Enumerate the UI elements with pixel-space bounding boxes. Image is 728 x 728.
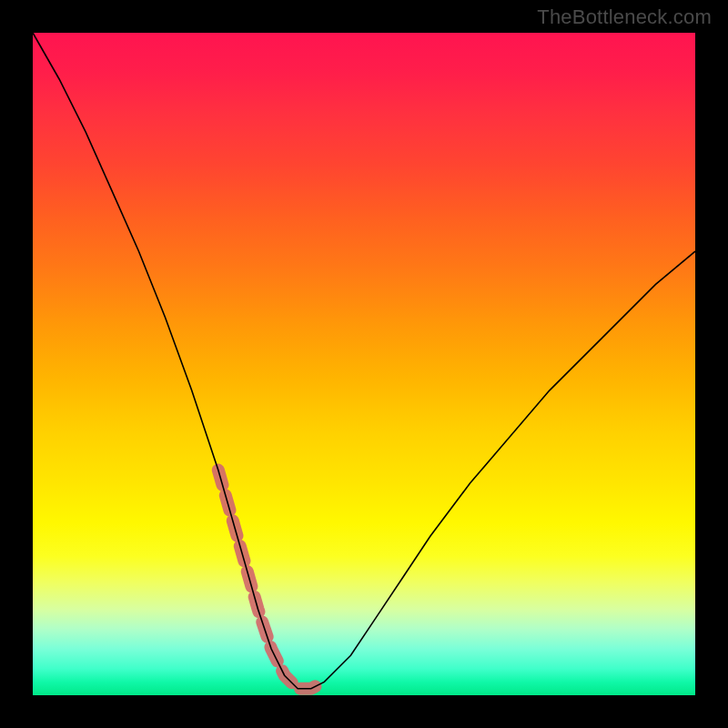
chart-plot-area — [33, 33, 695, 695]
bottleneck-curve-line — [33, 33, 695, 689]
chart-svg — [33, 33, 695, 695]
trough-highlight-line — [218, 470, 324, 689]
watermark-text: TheBottleneck.com — [537, 5, 712, 29]
